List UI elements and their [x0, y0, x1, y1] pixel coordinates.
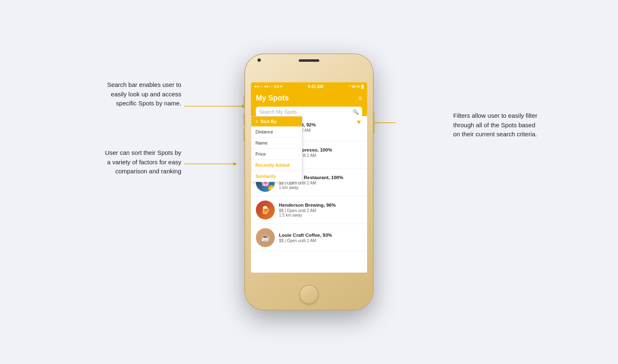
star-badge-wallflower: ★: [268, 185, 275, 192]
spot-info-louie: Louie Craft Coffee, 93% $$ | Open until …: [279, 233, 362, 243]
speaker: [299, 59, 319, 62]
sort-option-name[interactable]: Name: [251, 138, 302, 149]
sort-option-price[interactable]: Price: [251, 149, 302, 160]
scene: Search bar enables user toeasily look up…: [0, 0, 618, 364]
spot-thumb-louie: ☕: [256, 228, 275, 247]
sort-lines-icon: ≡: [255, 119, 258, 124]
spot-details-louie: $$ | Open until 2 AM: [279, 238, 362, 243]
louie-icon: ☕: [256, 228, 275, 247]
list-item-louie[interactable]: ☕ Louie Craft Coffee, 93% $$ | Open unti…: [251, 224, 367, 252]
status-time: 9:41 AM: [308, 84, 323, 89]
battery-icon: ▓: [361, 84, 364, 89]
app-title: My Spots: [256, 94, 289, 103]
sort-option-recently-added[interactable]: Recently Added: [251, 160, 302, 171]
svg-marker-3: [233, 162, 237, 166]
search-icon: 🔍: [353, 109, 359, 115]
spot-info-henderson: Henderson Brewing, 96% $$ | Open until 2…: [279, 203, 362, 217]
spot-name-henderson: Henderson Brewing, 96%: [279, 203, 362, 208]
sort-label: Sort By: [260, 119, 276, 124]
app-header: My Spots ≡: [251, 91, 367, 107]
spot-details-henderson: $$ | Open until 2 AM1.5 km away: [279, 208, 362, 217]
carrier-label: ●●○○ GS ▾: [264, 84, 283, 89]
filter-icon[interactable]: ▼: [356, 119, 362, 126]
status-left: ●●○○ ●●○○ GS ▾: [254, 84, 283, 89]
sort-dropdown[interactable]: ≡ Sort By Distance Name Price Recently A…: [251, 116, 302, 182]
henderson-icon: 🍺: [256, 201, 275, 219]
phone: ●●○○ ●●○○ GS ▾ 9:41 AM * 58 % ▓ My Spots…: [245, 54, 373, 310]
status-right: * 58 % ▓: [349, 84, 364, 89]
phone-screen: ●●○○ ●●○○ GS ▾ 9:41 AM * 58 % ▓ My Spots…: [251, 82, 367, 273]
annotation-filter: Filters allow user to easily filterthrou…: [453, 111, 585, 139]
battery-label: 58 %: [351, 84, 360, 89]
annotation-search-bar: Search bar enables user toeasily look up…: [54, 80, 181, 108]
sort-option-distance[interactable]: Distance: [251, 126, 302, 138]
annotation-sort: User can sort their Spots bya variety of…: [54, 148, 181, 176]
camera: [258, 58, 261, 62]
sort-option-similarity[interactable]: Similarity: [251, 171, 302, 182]
bluetooth-icon: *: [349, 84, 350, 89]
signal-icon: ●●○○: [254, 84, 263, 89]
spot-thumb-henderson: 🍺: [256, 201, 275, 219]
home-button[interactable]: [300, 285, 318, 304]
hamburger-button[interactable]: ≡: [358, 95, 362, 102]
list-item-henderson[interactable]: 🍺 Henderson Brewing, 96% $$ | Open until…: [251, 196, 367, 224]
spot-details-wallflower: $$ | Open until 2 AM1 km away: [279, 181, 362, 190]
phone-outer: ●●○○ ●●○○ GS ▾ 9:41 AM * 58 % ▓ My Spots…: [245, 54, 373, 310]
sort-header: ≡ Sort By: [251, 117, 302, 126]
spot-name-louie: Louie Craft Coffee, 93%: [279, 233, 362, 238]
status-bar: ●●○○ ●●○○ GS ▾ 9:41 AM * 58 % ▓: [251, 82, 367, 91]
search-placeholder: Search My Spots: [259, 109, 353, 115]
